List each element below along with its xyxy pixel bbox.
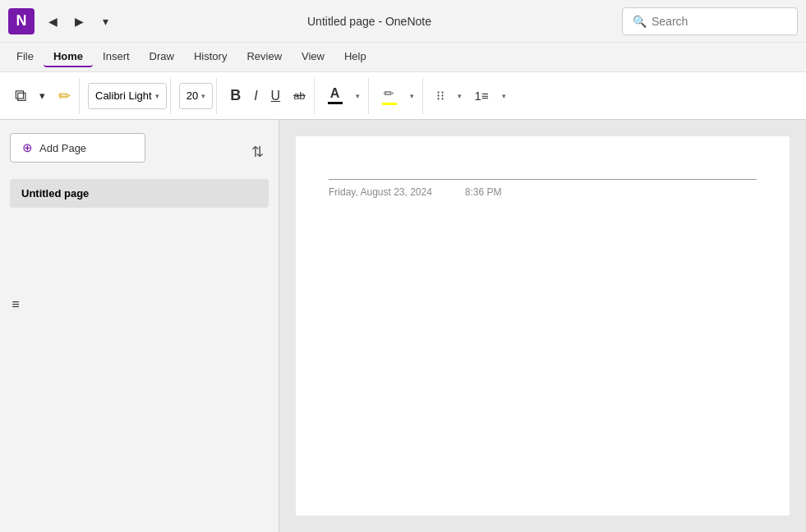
forward-icon: ▶ (75, 15, 84, 28)
ribbon-font-size: 20 ▾ (176, 78, 217, 114)
note-title-area (329, 169, 757, 180)
note-date: Friday, August 23, 2024 (329, 186, 432, 198)
sort-button[interactable]: ⇅ (246, 139, 269, 165)
menu-bar: File Home Insert Draw History Review Vie… (0, 43, 806, 72)
bullet-list-icon: ⁝⁝ (436, 88, 444, 103)
paste-button[interactable]: ⧉ (10, 83, 31, 109)
paste-dropdown-icon: ▾ (39, 89, 45, 102)
font-color-chevron: ▾ (356, 92, 360, 100)
menu-help[interactable]: Help (334, 47, 376, 67)
paste-dropdown-button[interactable]: ▾ (35, 83, 50, 109)
menu-review[interactable]: Review (237, 47, 292, 67)
page-item-label: Untitled page (21, 187, 89, 200)
menu-insert[interactable]: Insert (93, 47, 140, 67)
note-time: 8:36 PM (465, 186, 502, 198)
font-color-dropdown[interactable]: ▾ (351, 83, 365, 109)
ribbon-formatting: B I U ab (222, 78, 314, 114)
paste-icon: ⧉ (15, 86, 26, 105)
italic-button[interactable]: I (249, 83, 262, 109)
font-name-dropdown[interactable]: Calibri Light ▾ (88, 83, 167, 109)
numbered-list-button[interactable]: 1≡ (470, 83, 494, 109)
bullet-list-button[interactable]: ⁝⁝ (431, 83, 449, 109)
note-canvas[interactable]: Friday, August 23, 2024 8:36 PM (296, 136, 790, 516)
strikethrough-button[interactable]: ab (288, 83, 310, 109)
strikethrough-icon: ab (293, 89, 305, 102)
dropdown-button[interactable]: ▾ (94, 10, 117, 33)
menu-view[interactable]: View (292, 47, 334, 67)
format-painter-button[interactable]: ✏ (53, 83, 76, 109)
ribbon-clipboard: ⧉ ▾ ✏ (7, 78, 80, 114)
bold-button[interactable]: B (225, 83, 246, 109)
main-area: ≡ ⊕ Add Page ⇅ Untitled page Friday, Aug… (0, 120, 806, 532)
back-icon: ◀ (48, 15, 58, 28)
bold-icon: B (230, 87, 241, 104)
ribbon-font-color: A ▾ (320, 78, 369, 114)
numbered-list-dropdown[interactable]: ▾ (497, 83, 511, 109)
add-page-button[interactable]: ⊕ Add Page (10, 133, 145, 163)
font-size-value: 20 (187, 89, 198, 102)
font-name-value: Calibri Light (95, 89, 152, 102)
back-button[interactable]: ◀ (41, 10, 64, 33)
numbered-list-icon: 1≡ (475, 89, 489, 103)
pages-panel: ⊕ Add Page ⇅ Untitled page (0, 120, 279, 532)
highlight-icon: ✏ (382, 86, 397, 105)
highlight-button[interactable]: ✏ (377, 83, 402, 109)
sidebar-toggle-icon: ≡ (12, 297, 19, 312)
format-painter-icon: ✏ (58, 87, 71, 105)
font-size-dropdown[interactable]: 20 ▾ (179, 83, 213, 109)
app-icon: N (8, 8, 35, 34)
font-color-button[interactable]: A (323, 83, 348, 109)
window-title: Untitled page - OneNote (123, 15, 615, 28)
nav-buttons: ◀ ▶ ▾ (41, 10, 117, 33)
font-size-chevron: ▾ (201, 92, 205, 100)
italic-icon: I (254, 89, 257, 103)
underline-icon: U (271, 89, 281, 103)
forward-button[interactable]: ▶ (67, 10, 90, 33)
dropdown-icon: ▾ (103, 15, 108, 28)
ribbon-lists: ⁝⁝ ▾ 1≡ ▾ (428, 78, 514, 114)
font-name-chevron: ▾ (155, 92, 159, 100)
menu-file[interactable]: File (7, 47, 44, 67)
search-icon: 🔍 (633, 15, 647, 28)
note-meta: Friday, August 23, 2024 8:36 PM (329, 186, 757, 198)
bullet-list-dropdown[interactable]: ▾ (453, 83, 467, 109)
numbered-list-chevron: ▾ (502, 92, 506, 100)
add-page-icon: ⊕ (22, 140, 33, 155)
add-page-label: Add Page (39, 142, 86, 154)
ribbon: ⧉ ▾ ✏ Calibri Light ▾ 20 ▾ B I U ab (0, 72, 806, 120)
sidebar-toggle-button[interactable]: ≡ (3, 292, 28, 317)
ribbon-highlight: ✏ ▾ (374, 78, 423, 114)
bullet-list-chevron: ▾ (458, 92, 462, 100)
font-color-icon: A (328, 87, 343, 104)
highlight-chevron: ▾ (410, 92, 414, 100)
menu-home[interactable]: Home (44, 47, 93, 67)
title-bar: N ◀ ▶ ▾ Untitled page - OneNote 🔍 (0, 0, 806, 43)
sort-icon: ⇅ (251, 143, 264, 161)
highlight-dropdown[interactable]: ▾ (405, 83, 419, 109)
search-box[interactable]: 🔍 (622, 7, 798, 35)
menu-draw[interactable]: Draw (140, 47, 184, 67)
page-item-untitled[interactable]: Untitled page (10, 179, 269, 208)
menu-history[interactable]: History (184, 47, 237, 67)
search-input[interactable] (652, 15, 787, 28)
underline-button[interactable]: U (266, 83, 286, 109)
ribbon-font-name: Calibri Light ▾ (85, 78, 171, 114)
